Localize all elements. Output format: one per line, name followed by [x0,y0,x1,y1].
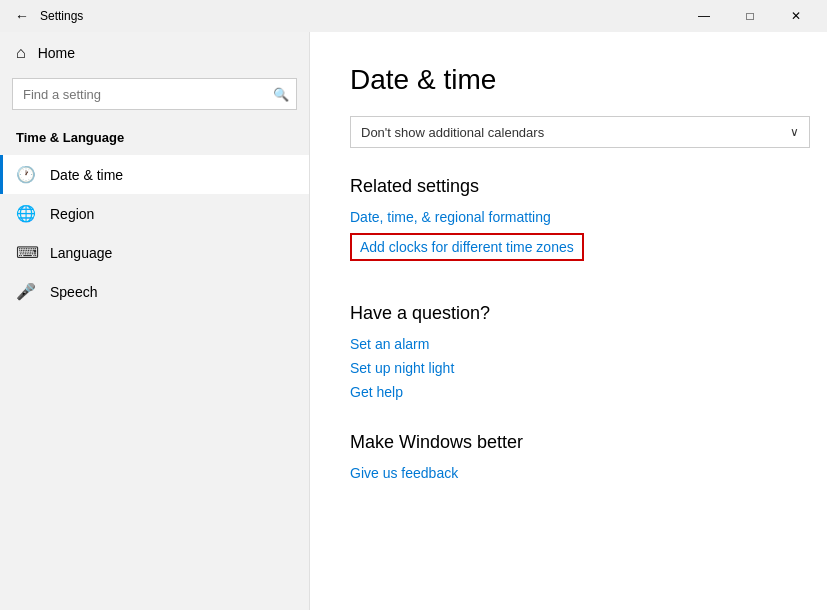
sidebar-item-speech[interactable]: 🎤 Speech [0,272,309,311]
minimize-button[interactable]: — [681,0,727,32]
sidebar-item-home[interactable]: ⌂ Home [0,32,309,74]
have-a-question-heading: Have a question? [350,303,787,324]
calendar-dropdown-row: Don't show additional calendars ∨ [350,116,787,148]
maximize-button[interactable]: □ [727,0,773,32]
sidebar-item-region[interactable]: 🌐 Region [0,194,309,233]
night-light-link[interactable]: Set up night light [350,360,787,376]
related-settings-heading: Related settings [350,176,787,197]
sidebar-item-label: Region [50,206,94,222]
search-container: 🔍 [12,78,297,110]
title-bar: ← Settings — □ ✕ [0,0,827,32]
related-settings-section: Related settings Date, time, & regional … [350,176,787,271]
globe-icon: 🌐 [16,204,36,223]
make-windows-better-heading: Make Windows better [350,432,787,453]
sidebar-item-language[interactable]: ⌨ Language [0,233,309,272]
content-area: Date & time Don't show additional calend… [310,32,827,610]
get-help-link[interactable]: Get help [350,384,787,400]
have-a-question-section: Have a question? Set an alarm Set up nig… [350,303,787,400]
regional-formatting-link[interactable]: Date, time, & regional formatting [350,209,787,225]
sidebar-item-label: Speech [50,284,97,300]
window-controls: — □ ✕ [681,0,819,32]
sidebar-item-label: Date & time [50,167,123,183]
make-windows-better-section: Make Windows better Give us feedback [350,432,787,481]
microphone-icon: 🎤 [16,282,36,301]
dropdown-value: Don't show additional calendars [361,125,544,140]
home-icon: ⌂ [16,44,26,62]
add-clocks-link[interactable]: Add clocks for different time zones [350,233,584,261]
keyboard-icon: ⌨ [16,243,36,262]
page-title: Date & time [350,64,787,96]
sidebar-home-label: Home [38,45,75,61]
calendar-dropdown[interactable]: Don't show additional calendars ∨ [350,116,810,148]
close-button[interactable]: ✕ [773,0,819,32]
sidebar-item-date-time[interactable]: 🕐 Date & time [0,155,309,194]
chevron-down-icon: ∨ [790,125,799,139]
main-layout: ⌂ Home 🔍 Time & Language 🕐 Date & time 🌐… [0,32,827,610]
sidebar-section-title: Time & Language [0,122,309,155]
sidebar: ⌂ Home 🔍 Time & Language 🕐 Date & time 🌐… [0,32,310,610]
back-button[interactable]: ← [8,2,36,30]
search-icon: 🔍 [273,87,289,102]
clock-icon: 🕐 [16,165,36,184]
search-input[interactable] [12,78,297,110]
title-bar-title: Settings [40,9,681,23]
sidebar-item-label: Language [50,245,112,261]
feedback-link[interactable]: Give us feedback [350,465,787,481]
set-alarm-link[interactable]: Set an alarm [350,336,787,352]
